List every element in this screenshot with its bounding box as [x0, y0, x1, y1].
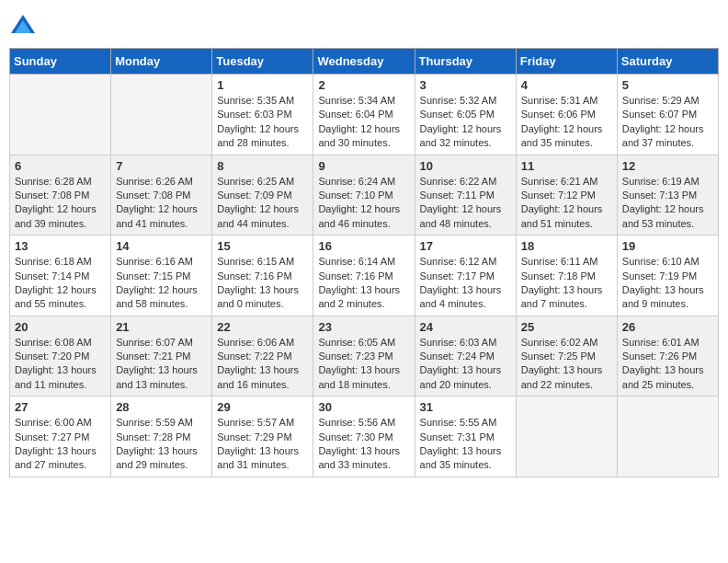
- day-info: Sunrise: 6:08 AMSunset: 7:20 PMDaylight:…: [15, 336, 106, 393]
- day-info: Sunrise: 6:24 AMSunset: 7:10 PMDaylight:…: [318, 175, 409, 232]
- page-header: [9, 9, 719, 40]
- header-saturday: Saturday: [617, 49, 718, 75]
- calendar-cell: 6Sunrise: 6:28 AMSunset: 7:08 PMDaylight…: [10, 155, 111, 236]
- day-info: Sunrise: 5:56 AMSunset: 7:30 PMDaylight:…: [318, 416, 409, 473]
- calendar-cell: 29Sunrise: 5:57 AMSunset: 7:29 PMDayligh…: [212, 396, 313, 477]
- day-info: Sunrise: 6:28 AMSunset: 7:08 PMDaylight:…: [15, 175, 106, 232]
- day-number: 7: [116, 159, 207, 173]
- day-number: 13: [15, 239, 106, 253]
- day-number: 28: [116, 400, 207, 414]
- calendar-cell: 9Sunrise: 6:24 AMSunset: 7:10 PMDaylight…: [313, 155, 415, 236]
- day-number: 17: [420, 239, 511, 253]
- day-info: Sunrise: 6:15 AMSunset: 7:16 PMDaylight:…: [217, 255, 308, 312]
- calendar-cell: 3Sunrise: 5:32 AMSunset: 6:05 PMDaylight…: [415, 75, 516, 155]
- calendar-cell: 20Sunrise: 6:08 AMSunset: 7:20 PMDayligh…: [10, 316, 111, 396]
- day-number: 8: [217, 159, 308, 173]
- calendar-cell: 31Sunrise: 5:55 AMSunset: 7:31 PMDayligh…: [415, 396, 516, 477]
- day-number: 21: [116, 320, 207, 334]
- header-tuesday: Tuesday: [212, 49, 313, 75]
- day-info: Sunrise: 5:35 AMSunset: 6:03 PMDaylight:…: [217, 94, 308, 151]
- calendar-week-row: 27Sunrise: 6:00 AMSunset: 7:27 PMDayligh…: [10, 396, 719, 477]
- day-number: 16: [318, 239, 409, 253]
- calendar-cell: 13Sunrise: 6:18 AMSunset: 7:14 PMDayligh…: [10, 236, 111, 316]
- day-info: Sunrise: 6:06 AMSunset: 7:22 PMDaylight:…: [217, 336, 308, 393]
- day-info: Sunrise: 6:03 AMSunset: 7:24 PMDaylight:…: [420, 336, 511, 393]
- day-number: 18: [521, 239, 612, 253]
- day-info: Sunrise: 6:02 AMSunset: 7:25 PMDaylight:…: [521, 336, 612, 393]
- day-number: 6: [15, 159, 106, 173]
- calendar-header-row: SundayMondayTuesdayWednesdayThursdayFrid…: [10, 49, 719, 75]
- day-number: 1: [217, 78, 308, 92]
- day-number: 4: [521, 78, 612, 92]
- day-info: Sunrise: 5:32 AMSunset: 6:05 PMDaylight:…: [420, 94, 511, 151]
- calendar-table: SundayMondayTuesdayWednesdayThursdayFrid…: [9, 48, 719, 477]
- day-number: 25: [521, 320, 612, 334]
- day-number: 30: [318, 400, 409, 414]
- day-info: Sunrise: 6:18 AMSunset: 7:14 PMDaylight:…: [15, 255, 106, 312]
- logo-icon: [9, 13, 37, 40]
- calendar-cell: 15Sunrise: 6:15 AMSunset: 7:16 PMDayligh…: [212, 236, 313, 316]
- day-number: 15: [217, 239, 308, 253]
- calendar-cell: 1Sunrise: 5:35 AMSunset: 6:03 PMDaylight…: [212, 75, 313, 155]
- day-info: Sunrise: 6:07 AMSunset: 7:21 PMDaylight:…: [116, 336, 207, 393]
- calendar-week-row: 6Sunrise: 6:28 AMSunset: 7:08 PMDaylight…: [10, 155, 719, 236]
- day-info: Sunrise: 6:16 AMSunset: 7:15 PMDaylight:…: [116, 255, 207, 312]
- calendar-week-row: 1Sunrise: 5:35 AMSunset: 6:03 PMDaylight…: [10, 75, 719, 155]
- day-number: 26: [622, 320, 713, 334]
- day-number: 2: [318, 78, 409, 92]
- calendar-week-row: 13Sunrise: 6:18 AMSunset: 7:14 PMDayligh…: [10, 236, 719, 316]
- day-info: Sunrise: 5:34 AMSunset: 6:04 PMDaylight:…: [318, 94, 409, 151]
- calendar-cell: 17Sunrise: 6:12 AMSunset: 7:17 PMDayligh…: [415, 236, 516, 316]
- day-number: 23: [318, 320, 409, 334]
- day-info: Sunrise: 5:55 AMSunset: 7:31 PMDaylight:…: [420, 416, 511, 473]
- day-number: 11: [521, 159, 612, 173]
- day-info: Sunrise: 6:19 AMSunset: 7:13 PMDaylight:…: [622, 175, 713, 232]
- day-info: Sunrise: 5:59 AMSunset: 7:28 PMDaylight:…: [116, 416, 207, 473]
- day-info: Sunrise: 6:25 AMSunset: 7:09 PMDaylight:…: [217, 175, 308, 232]
- day-info: Sunrise: 5:29 AMSunset: 6:07 PMDaylight:…: [622, 94, 713, 151]
- day-number: 19: [622, 239, 713, 253]
- day-info: Sunrise: 6:12 AMSunset: 7:17 PMDaylight:…: [420, 255, 511, 312]
- calendar-cell: 11Sunrise: 6:21 AMSunset: 7:12 PMDayligh…: [516, 155, 617, 236]
- day-number: 3: [420, 78, 511, 92]
- calendar-cell: 16Sunrise: 6:14 AMSunset: 7:16 PMDayligh…: [313, 236, 415, 316]
- day-info: Sunrise: 6:14 AMSunset: 7:16 PMDaylight:…: [318, 255, 409, 312]
- calendar-cell: 26Sunrise: 6:01 AMSunset: 7:26 PMDayligh…: [617, 316, 718, 396]
- calendar-cell: 30Sunrise: 5:56 AMSunset: 7:30 PMDayligh…: [313, 396, 415, 477]
- calendar-cell: [516, 396, 617, 477]
- calendar-cell: 24Sunrise: 6:03 AMSunset: 7:24 PMDayligh…: [415, 316, 516, 396]
- calendar-cell: 10Sunrise: 6:22 AMSunset: 7:11 PMDayligh…: [415, 155, 516, 236]
- calendar-cell: 18Sunrise: 6:11 AMSunset: 7:18 PMDayligh…: [516, 236, 617, 316]
- calendar-cell: 27Sunrise: 6:00 AMSunset: 7:27 PMDayligh…: [10, 396, 111, 477]
- calendar-cell: 5Sunrise: 5:29 AMSunset: 6:07 PMDaylight…: [617, 75, 718, 155]
- calendar-cell: [10, 75, 111, 155]
- day-number: 22: [217, 320, 308, 334]
- header-sunday: Sunday: [10, 49, 111, 75]
- calendar-cell: [111, 75, 212, 155]
- day-info: Sunrise: 6:05 AMSunset: 7:23 PMDaylight:…: [318, 336, 409, 393]
- header-monday: Monday: [111, 49, 212, 75]
- calendar-cell: 2Sunrise: 5:34 AMSunset: 6:04 PMDaylight…: [313, 75, 415, 155]
- calendar-cell: 8Sunrise: 6:25 AMSunset: 7:09 PMDaylight…: [212, 155, 313, 236]
- day-info: Sunrise: 6:01 AMSunset: 7:26 PMDaylight:…: [622, 336, 713, 393]
- day-number: 24: [420, 320, 511, 334]
- calendar-cell: 7Sunrise: 6:26 AMSunset: 7:08 PMDaylight…: [111, 155, 212, 236]
- calendar-cell: 14Sunrise: 6:16 AMSunset: 7:15 PMDayligh…: [111, 236, 212, 316]
- header-friday: Friday: [516, 49, 617, 75]
- header-thursday: Thursday: [415, 49, 516, 75]
- day-info: Sunrise: 6:21 AMSunset: 7:12 PMDaylight:…: [521, 175, 612, 232]
- logo: [9, 13, 40, 40]
- calendar-cell: 12Sunrise: 6:19 AMSunset: 7:13 PMDayligh…: [617, 155, 718, 236]
- header-wednesday: Wednesday: [313, 49, 415, 75]
- day-number: 14: [116, 239, 207, 253]
- calendar-cell: 23Sunrise: 6:05 AMSunset: 7:23 PMDayligh…: [313, 316, 415, 396]
- calendar-week-row: 20Sunrise: 6:08 AMSunset: 7:20 PMDayligh…: [10, 316, 719, 396]
- calendar-cell: [617, 396, 718, 477]
- day-number: 5: [622, 78, 713, 92]
- day-number: 12: [622, 159, 713, 173]
- day-number: 29: [217, 400, 308, 414]
- day-info: Sunrise: 6:26 AMSunset: 7:08 PMDaylight:…: [116, 175, 207, 232]
- day-info: Sunrise: 5:57 AMSunset: 7:29 PMDaylight:…: [217, 416, 308, 473]
- day-info: Sunrise: 5:31 AMSunset: 6:06 PMDaylight:…: [521, 94, 612, 151]
- day-info: Sunrise: 6:11 AMSunset: 7:18 PMDaylight:…: [521, 255, 612, 312]
